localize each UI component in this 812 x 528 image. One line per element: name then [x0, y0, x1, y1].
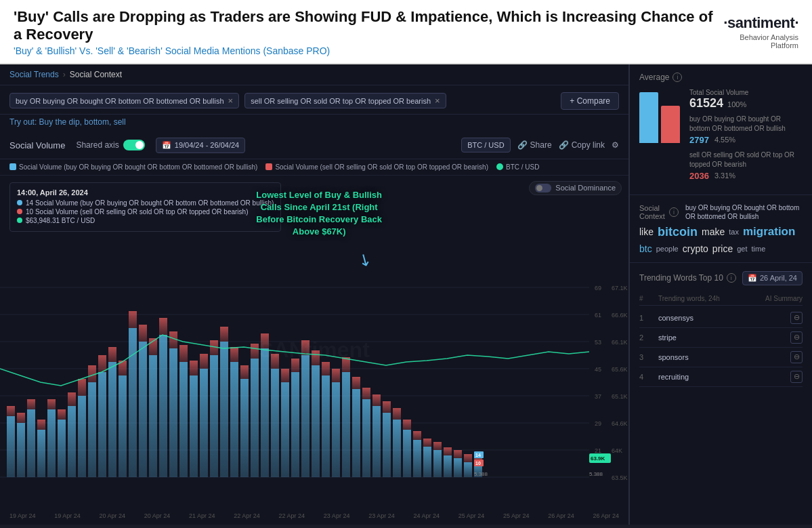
- avg-bar-blue: [639, 92, 658, 143]
- breadcrumb-parent[interactable]: Social Trends: [9, 70, 59, 79]
- word-tax[interactable]: tax: [729, 228, 739, 236]
- svg-rect-81: [372, 394, 381, 406]
- svg-rect-70: [322, 375, 330, 477]
- trending-info-icon[interactable]: i: [727, 273, 736, 283]
- avg-sell-value: 2036: [689, 171, 709, 181]
- svg-text:45: 45: [595, 366, 601, 373]
- x-label-4: 20 Apr 24: [144, 512, 171, 519]
- total-vol-label: Total Social Volume 61524 100%: [689, 89, 803, 110]
- social-dominance-switch[interactable]: [535, 184, 551, 192]
- svg-rect-53: [230, 347, 238, 362]
- svg-rect-34: [139, 342, 147, 477]
- chart-legend: Social Volume (buy OR buying OR bought O…: [0, 159, 628, 176]
- svg-text:63.5K: 63.5K: [612, 474, 628, 481]
- svg-rect-54: [240, 379, 249, 477]
- legend-item-3: BTC / USD: [496, 163, 539, 171]
- trending-section: Trending Words Top 10 i 📅 26 April, 24 #…: [630, 263, 812, 395]
- average-bars: [639, 89, 680, 146]
- average-info-icon[interactable]: i: [672, 73, 682, 82]
- compare-button[interactable]: + Compare: [561, 92, 619, 110]
- average-title: Average i: [639, 73, 803, 82]
- svg-rect-12: [27, 409, 35, 477]
- x-label-14: 26 Apr 24: [593, 512, 619, 519]
- trending-date-button[interactable]: 📅 26 April, 24: [742, 271, 803, 285]
- svg-text:69: 69: [595, 285, 601, 291]
- svg-rect-28: [108, 362, 116, 477]
- trending-table: # Trending words, 24h AI Summary 1 conse…: [639, 292, 803, 387]
- search-tag-1-close[interactable]: ×: [228, 96, 234, 105]
- svg-text:53: 53: [595, 339, 601, 346]
- legend-item-1: Social Volume (buy OR buying OR bought O…: [9, 163, 257, 171]
- date-range-text: 19/04/24 - 26/04/24: [175, 141, 239, 149]
- svg-rect-94: [444, 455, 452, 477]
- word-crypto[interactable]: crypto: [683, 243, 708, 254]
- trending-word-3[interactable]: sponsors: [658, 353, 750, 361]
- word-people[interactable]: people: [656, 245, 679, 253]
- word-get[interactable]: get: [737, 245, 747, 253]
- svg-rect-88: [413, 440, 421, 477]
- page-title: 'Buy' Calls are Dropping as Traders are …: [14, 8, 719, 44]
- header: 'Buy' Calls are Dropping as Traders are …: [0, 0, 812, 64]
- word-bitcoin[interactable]: bitcoin: [658, 225, 698, 239]
- svg-rect-90: [423, 447, 431, 477]
- x-label-5: 21 Apr 24: [189, 512, 215, 519]
- date-range-button[interactable]: 📅 19/04/24 - 26/04/24: [156, 138, 245, 153]
- gear-icon: ⚙: [612, 140, 619, 150]
- right-panel: Average i Total Social Volume 61524 10: [629, 64, 812, 525]
- share-button[interactable]: 🔗 Share: [517, 140, 552, 150]
- trending-word-4[interactable]: recruiting: [658, 373, 750, 381]
- settings-button[interactable]: ⚙: [612, 140, 619, 150]
- svg-rect-83: [383, 401, 391, 413]
- ai-summary-icon-3[interactable]: ⊖: [790, 351, 803, 363]
- copy-button[interactable]: 🔗 Copy link: [559, 140, 605, 150]
- breadcrumb: Social Trends › Social Context: [0, 64, 628, 85]
- social-dominance-toggle[interactable]: Social Dominance: [529, 181, 622, 195]
- tooltip-line-1: 14 Social Volume (buy OR buying OR bough…: [17, 199, 274, 207]
- social-context-title-label: Social Context: [639, 204, 665, 220]
- currency-button[interactable]: BTC / USD: [461, 138, 510, 153]
- social-context-info-icon[interactable]: i: [669, 207, 679, 217]
- svg-text:29: 29: [595, 420, 601, 427]
- x-axis: 19 Apr 24 19 Apr 24 20 Apr 24 20 Apr 24 …: [0, 512, 628, 519]
- trending-word-1[interactable]: consensys: [658, 314, 750, 322]
- trending-word-2[interactable]: stripe: [658, 333, 750, 342]
- svg-rect-62: [281, 382, 289, 477]
- ai-summary-icon-4[interactable]: ⊖: [790, 371, 803, 383]
- trending-header: Trending Words Top 10 i 📅 26 April, 24: [639, 271, 803, 285]
- shared-axis-toggle[interactable]: [123, 140, 145, 150]
- word-like[interactable]: like: [639, 226, 654, 237]
- social-context-section: Social Context i buy OR buying OR bought…: [630, 195, 812, 263]
- x-label-12: 25 Apr 24: [503, 512, 530, 519]
- word-price[interactable]: price: [712, 243, 733, 254]
- svg-rect-59: [261, 333, 269, 348]
- ai-summary-icon-1[interactable]: ⊖: [790, 312, 803, 324]
- svg-rect-85: [393, 408, 401, 420]
- svg-rect-8: [7, 416, 15, 477]
- legend-dot-2: [265, 163, 272, 170]
- copy-label: Copy link: [572, 140, 605, 150]
- word-migration[interactable]: migration: [743, 225, 795, 239]
- average-title-text: Average: [639, 73, 669, 82]
- search-tag-2-close[interactable]: ×: [435, 96, 440, 105]
- search-tag-2[interactable]: sell OR selling OR sold OR top OR topped…: [244, 93, 446, 108]
- search-tag-1-text: buy OR buying OR bought OR bottom OR bot…: [16, 97, 224, 105]
- svg-rect-20: [68, 406, 76, 477]
- svg-rect-47: [200, 354, 208, 369]
- svg-rect-98: [464, 462, 472, 477]
- tooltip-line-3: $63,948.31 BTC / USD: [17, 217, 274, 224]
- svg-rect-52: [230, 362, 238, 477]
- word-btc[interactable]: btc: [639, 243, 652, 254]
- word-time[interactable]: time: [752, 245, 766, 253]
- copy-icon: 🔗: [559, 140, 569, 150]
- avg-buy-label: buy OR buying OR bought OR bottom OR bot…: [689, 115, 803, 134]
- word-make[interactable]: make: [702, 226, 725, 237]
- svg-rect-15: [37, 420, 45, 430]
- svg-text:5.388: 5.388: [589, 471, 603, 477]
- ai-summary-icon-2[interactable]: ⊖: [790, 331, 803, 344]
- tooltip-dot-2: [17, 209, 22, 214]
- search-tag-1[interactable]: buy OR buying OR bought OR bottom OR bot…: [9, 93, 239, 108]
- try-out-links[interactable]: Buy the dip, bottom, sell: [39, 117, 126, 127]
- page-subtitle: 'Buy' & 'Bullish' Vs. 'Sell' & 'Bearish'…: [14, 45, 719, 56]
- share-label: Share: [530, 140, 552, 150]
- legend-label-3: BTC / USD: [506, 163, 539, 171]
